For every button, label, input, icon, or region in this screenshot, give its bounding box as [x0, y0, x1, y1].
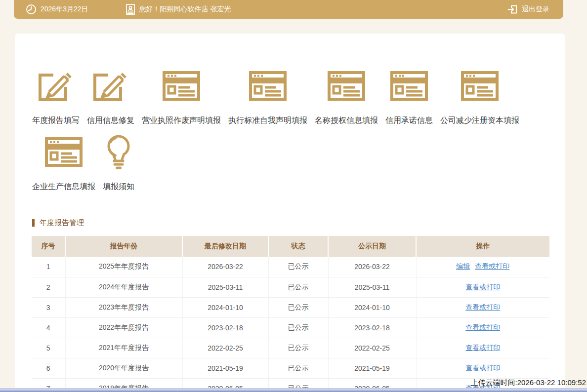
shortcut-label: 企业生产信息填报 — [32, 182, 95, 192]
cell-actions: 查看或打印 — [416, 358, 549, 378]
horizontal-scrollbar[interactable] — [0, 388, 587, 392]
shortcut-label: 执行标准自我声明填报 — [228, 116, 307, 126]
cell-year: 2023年年度报告 — [65, 297, 182, 317]
logout-icon — [507, 4, 518, 15]
shortcut-label: 名称授权信息填报 — [315, 116, 378, 126]
shortcut-label: 填报须知 — [103, 182, 134, 192]
shortcut-label: 公司减少注册资本填报 — [440, 116, 519, 126]
form-icon — [328, 70, 365, 102]
annual-report-table: 序号报告年份最后修改日期状态公示日期操作 12025年年度报告2026-03-2… — [32, 236, 549, 392]
cell-year: 2022年年度报告 — [65, 317, 182, 338]
column-header: 状态 — [268, 236, 328, 257]
form-icon — [163, 70, 200, 102]
view-print-link[interactable]: 查看或打印 — [465, 303, 500, 311]
cell-status: 已公示 — [268, 257, 328, 277]
cell-actions: 编辑查看或打印 — [416, 257, 549, 277]
cell-actions: 查看或打印 — [416, 338, 549, 358]
cell-modified: 2022-02-25 — [182, 338, 268, 358]
cell-publish: 2022-02-25 — [328, 338, 416, 358]
cell-status: 已公示 — [268, 297, 328, 317]
shortcut-row: 年度报告填写 信用信息修复 营 — [32, 70, 565, 126]
table-header: 序号报告年份最后修改日期状态公示日期操作 — [32, 236, 549, 257]
shortcut-label: 信用承诺信息 — [385, 116, 433, 126]
column-header: 公示日期 — [328, 236, 416, 257]
table-row: 32023年年度报告2024-01-10已公示2024-01-10查看或打印 — [32, 297, 549, 317]
view-print-link[interactable]: 查看或打印 — [465, 323, 500, 331]
edit-link[interactable]: 编辑 — [456, 262, 470, 270]
view-print-link[interactable]: 查看或打印 — [465, 364, 500, 372]
logout-label: 退出登录 — [522, 5, 549, 14]
cell-status: 已公示 — [268, 317, 328, 338]
cell-modified: 2021-05-19 — [182, 358, 268, 378]
view-print-link[interactable]: 查看或打印 — [475, 262, 509, 270]
cell-status: 已公示 — [268, 358, 328, 378]
window-scrollbar-edge — [569, 22, 569, 392]
form-icon — [45, 136, 83, 168]
column-header: 报告年份 — [65, 236, 182, 257]
cell-publish: 2023-02-18 — [328, 317, 416, 338]
edit-icon — [91, 70, 130, 102]
top-bar: 2026年3月22日 您好！阳朔同心软件店 张宏光 退出登录 — [14, 0, 563, 19]
table-row: 42022年年度报告2023-02-18已公示2023-02-18查看或打印 — [32, 317, 549, 338]
cell-modified: 2024-01-10 — [182, 297, 268, 317]
clock-icon — [26, 4, 37, 15]
date-display: 2026年3月22日 — [26, 4, 88, 15]
form-icon — [390, 70, 428, 102]
table-row: 22024年年度报告2025-03-11已公示2025-03-11查看或打印 — [32, 277, 549, 297]
cell-modified: 2026-03-22 — [182, 257, 268, 277]
cell-year: 2025年年度报告 — [65, 257, 182, 277]
cell-year: 2021年年度报告 — [65, 338, 182, 358]
cell-publish: 2024-01-10 — [328, 297, 416, 317]
shortcut-form-item[interactable]: 公司减少注册资本填报 — [440, 70, 519, 126]
cell-actions: 查看或打印 — [416, 317, 549, 338]
cell-year: 2024年年度报告 — [65, 277, 182, 297]
main-panel: 年度报告填写 信用信息修复 营 — [15, 34, 565, 392]
cell-publish: 2021-05-19 — [328, 358, 416, 378]
cell-no: 1 — [32, 257, 65, 277]
view-print-link[interactable]: 查看或打印 — [465, 344, 500, 352]
section-header: 年度报告管理 — [32, 218, 565, 228]
shortcut-form-item[interactable]: 企业生产信息填报 — [32, 136, 95, 192]
user-greeting: 您好！阳朔同心软件店 张宏光 — [126, 3, 231, 15]
cell-modified: 2023-02-18 — [182, 317, 268, 338]
shortcut-form-item[interactable]: 执行标准自我声明填报 — [228, 70, 307, 126]
section-marker — [32, 219, 35, 227]
shortcut-row: 企业生产信息填报 填报须知 — [32, 136, 565, 192]
upload-time-text: 上传云端时间:2026-03-22 10:09:52 — [471, 378, 586, 388]
cell-no: 5 — [32, 338, 65, 358]
cell-no: 6 — [32, 358, 65, 378]
shortcut-form-item[interactable]: 信用承诺信息 — [385, 70, 433, 126]
table-row: 12025年年度报告2026-03-22已公示2026-03-22编辑查看或打印 — [32, 257, 549, 277]
shortcut-label: 营业执照作废声明填报 — [142, 116, 221, 126]
table-row: 62020年年度报告2021-05-19已公示2021-05-19查看或打印 — [32, 358, 549, 378]
cell-no: 3 — [32, 297, 65, 317]
cell-actions: 查看或打印 — [416, 277, 549, 297]
cell-modified: 2025-03-11 — [182, 277, 268, 297]
form-icon — [461, 70, 499, 102]
edit-icon — [37, 70, 75, 102]
shortcut-form-item[interactable]: 名称授权信息填报 — [315, 70, 378, 126]
section-title: 年度报告管理 — [40, 218, 84, 228]
view-print-link[interactable]: 查看或打印 — [465, 283, 500, 291]
column-header: 序号 — [32, 236, 65, 257]
cell-status: 已公示 — [268, 277, 328, 297]
shortcut-label: 信用信息修复 — [87, 116, 134, 126]
shortcut-form-item[interactable]: 营业执照作废声明填报 — [142, 70, 221, 126]
table-row: 52021年年度报告2022-02-25已公示2022-02-25查看或打印 — [32, 338, 549, 358]
shortcut-grid: 年度报告填写 信用信息修复 营 — [15, 34, 565, 192]
logout-button[interactable]: 退出登录 — [507, 4, 549, 15]
cell-actions: 查看或打印 — [416, 297, 549, 317]
column-header: 最后修改日期 — [182, 236, 268, 257]
bulb-icon — [104, 136, 133, 168]
shortcut-edit-item[interactable]: 信用信息修复 — [87, 70, 134, 126]
shortcut-edit-item[interactable]: 年度报告填写 — [32, 70, 80, 126]
shortcut-label: 年度报告填写 — [32, 116, 80, 126]
cell-publish: 2025-03-11 — [328, 277, 416, 297]
user-card-icon — [126, 3, 135, 15]
greeting-text: 您好！阳朔同心软件店 张宏光 — [139, 5, 231, 14]
cell-no: 2 — [32, 277, 65, 297]
cell-year: 2020年年度报告 — [65, 358, 182, 378]
cell-publish: 2026-03-22 — [328, 257, 416, 277]
shortcut-bulb-item[interactable]: 填报须知 — [103, 136, 134, 192]
cell-status: 已公示 — [268, 338, 328, 358]
